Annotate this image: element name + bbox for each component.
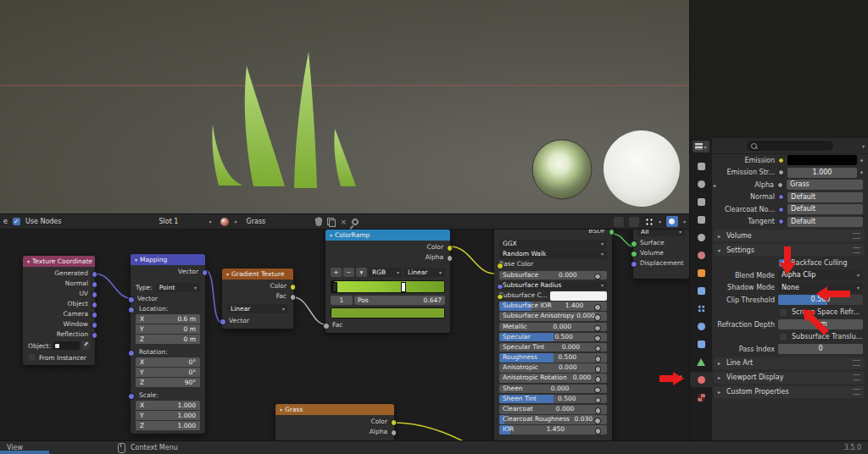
- bsdf-sheen[interactable]: Sheen0.000: [499, 385, 607, 394]
- gray-socket[interactable]: [777, 182, 783, 188]
- yellow-socket[interactable]: [391, 419, 398, 426]
- unlink-close-icon[interactable]: ×: [340, 218, 347, 226]
- mapping-value-field[interactable]: X0°: [136, 357, 200, 367]
- ramp-stop-1[interactable]: [401, 282, 406, 292]
- fac-input-socket[interactable]: [323, 323, 330, 329]
- purple-socket[interactable]: [92, 271, 98, 278]
- yellow-socket[interactable]: [497, 263, 504, 269]
- shadow-mode-dropdown[interactable]: None: [778, 283, 863, 293]
- prop-emission-colorbar[interactable]: [787, 155, 857, 165]
- tab-scene[interactable]: [690, 230, 712, 245]
- collapse-caret[interactable]: ▾: [280, 407, 282, 412]
- refraction-depth-field[interactable]: 0 m: [778, 319, 863, 329]
- material-name-field[interactable]: Grass: [242, 216, 309, 227]
- mapping-value-field[interactable]: X0.6 m: [136, 314, 200, 324]
- bsdf-specular-tint[interactable]: Specular Tint0.000: [499, 343, 607, 352]
- gray-socket[interactable]: [778, 169, 784, 175]
- gray-socket[interactable]: [595, 407, 602, 414]
- tab-physics[interactable]: [690, 318, 712, 334]
- bsdf-metallic[interactable]: Metallic0.000: [499, 323, 607, 332]
- bsdf-subsurface-anisotropy[interactable]: Subsurface Anisotropy0.000: [499, 312, 607, 321]
- gray-socket[interactable]: [595, 366, 602, 373]
- panel-custom-properties[interactable]: ▸Custom Properties: [714, 386, 865, 398]
- bsdf-specular[interactable]: Specular0.500: [499, 333, 607, 342]
- bsdf-clearcoat-roughness[interactable]: Clearcoat Roughness0.030: [499, 415, 607, 424]
- purple-socket[interactable]: [778, 207, 784, 213]
- mapping-value-field[interactable]: Z90°: [136, 378, 200, 387]
- purple-socket[interactable]: [92, 291, 98, 298]
- editor-type-selector[interactable]: ▾: [693, 141, 709, 152]
- bsdf-subsurface[interactable]: Subsurface0.000: [499, 271, 607, 280]
- node-mapping[interactable]: ▾ Mapping Vector Type: Point Vector Loca…: [131, 254, 205, 434]
- remove-stop-button[interactable]: −: [343, 268, 354, 277]
- from-instancer-checkbox[interactable]: [28, 353, 36, 362]
- panel-volume[interactable]: ▸ Volume: [714, 230, 865, 241]
- collapse-caret[interactable]: ▾: [226, 271, 229, 277]
- subsurface-translucency-checkbox[interactable]: [779, 333, 787, 341]
- new-material-copy-icon[interactable]: [327, 218, 335, 226]
- node-header[interactable]: ▾ Gradient Texture: [222, 269, 293, 280]
- purple-socket[interactable]: [778, 219, 784, 224]
- material-browse-caret[interactable]: ▾: [234, 219, 236, 224]
- collapse-caret[interactable]: ▾: [330, 232, 332, 238]
- node-texture-coordinate[interactable]: ▾ Texture Coordinate GeneratedNormalUVOb…: [23, 256, 95, 365]
- mapping-value-field[interactable]: X1.000: [136, 401, 200, 410]
- 3d-viewport[interactable]: [0, 0, 689, 213]
- color-ramp-gradient[interactable]: [331, 280, 445, 293]
- vector-output-socket[interactable]: [202, 269, 209, 276]
- slot-dropdown[interactable]: Slot 1▾: [154, 216, 215, 227]
- pass-index-field[interactable]: 0: [778, 344, 863, 354]
- collapse-caret[interactable]: ▾: [27, 258, 30, 264]
- snapping-caret[interactable]: ▾: [659, 219, 661, 224]
- gray-socket[interactable]: [391, 429, 398, 436]
- mapping-value-field[interactable]: Y1.000: [136, 411, 200, 420]
- node-group-grass[interactable]: ▾ Grass ColorAlpha: [275, 404, 394, 440]
- bsdf-subsurface-c[interactable]: Subsurface C...: [499, 291, 607, 301]
- bsdf-roughness[interactable]: Roughness0.500: [499, 353, 607, 363]
- animate-dot[interactable]: [860, 171, 863, 174]
- bsdf-output-socket[interactable]: [609, 230, 615, 235]
- add-stop-button[interactable]: +: [331, 268, 342, 277]
- gray-socket[interactable]: [447, 255, 453, 262]
- gray-socket[interactable]: [290, 294, 297, 301]
- mapping-value-field[interactable]: Z1.000: [136, 421, 200, 430]
- purple-socket[interactable]: [92, 322, 98, 329]
- node-colorramp[interactable]: ▾ ColorRamp ColorAlpha + − ▾ RGB Linear …: [326, 230, 450, 333]
- gray-socket[interactable]: [594, 314, 601, 321]
- purple-socket[interactable]: [497, 284, 504, 291]
- tab-view-layer[interactable]: [690, 212, 712, 227]
- green-socket[interactable]: [631, 251, 637, 257]
- material-preview-icon[interactable]: [220, 218, 229, 226]
- background-image-icon[interactable]: [629, 217, 639, 227]
- gray-socket[interactable]: [595, 346, 602, 352]
- mapping-value-field[interactable]: Y0°: [136, 368, 200, 377]
- tab-constraints[interactable]: [690, 336, 712, 352]
- purple-socket[interactable]: [128, 393, 135, 400]
- gray-socket[interactable]: [595, 376, 602, 383]
- tab-output[interactable]: [690, 194, 712, 209]
- interpolation-dropdown[interactable]: Linear: [404, 268, 445, 277]
- node-material-output[interactable]: All SurfaceVolumeDisplacement: [633, 230, 689, 279]
- overlays-toggle-icon[interactable]: [666, 216, 678, 227]
- purple-socket[interactable]: [128, 350, 135, 357]
- gray-socket[interactable]: [594, 304, 601, 311]
- screen-space-refraction-checkbox[interactable]: [779, 308, 787, 317]
- yellow-socket[interactable]: [778, 158, 784, 163]
- purple-socket[interactable]: [92, 302, 98, 308]
- vector-input-socket[interactable]: [128, 296, 135, 303]
- bsdf-ior[interactable]: IOR1.450: [499, 425, 607, 435]
- purple-socket[interactable]: [778, 194, 784, 200]
- slot-image-icon[interactable]: [614, 217, 624, 227]
- gray-socket[interactable]: [595, 356, 602, 363]
- tab-modifiers[interactable]: [690, 283, 712, 298]
- gradient-type-dropdown[interactable]: Linear: [227, 304, 288, 313]
- prop-emission-str-field[interactable]: 1.000: [787, 168, 857, 178]
- bsdf-subsurface-ior[interactable]: Subsurface IOR1.400: [499, 302, 607, 311]
- panel-line-art[interactable]: ▸Line Art: [714, 357, 865, 369]
- mapping-type-dropdown[interactable]: Point: [156, 283, 200, 292]
- collapse-caret[interactable]: ▾: [135, 257, 137, 263]
- gray-socket[interactable]: [594, 418, 601, 424]
- yellow-socket[interactable]: [497, 294, 504, 301]
- purple-socket[interactable]: [128, 307, 135, 313]
- pin-icon[interactable]: [350, 217, 359, 226]
